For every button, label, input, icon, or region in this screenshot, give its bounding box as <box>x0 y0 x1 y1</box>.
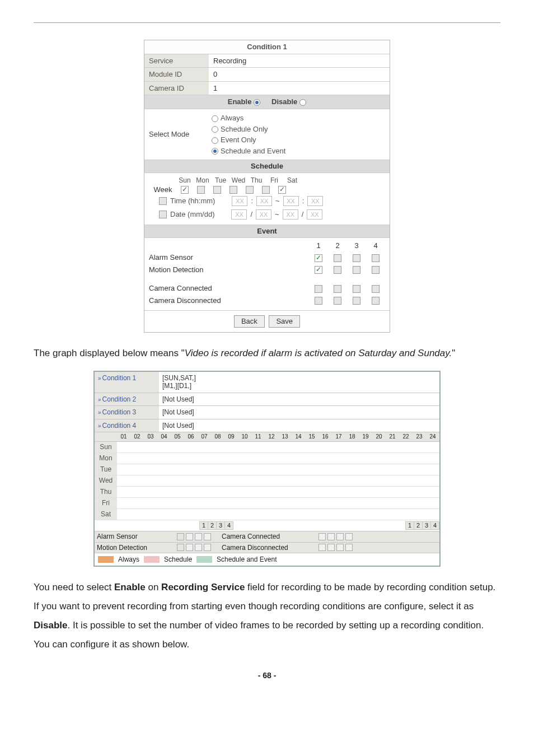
foot-motion-1 <box>177 544 184 551</box>
week-wed-checkbox[interactable] <box>229 186 237 194</box>
week-mon-checkbox[interactable] <box>197 186 205 194</box>
camcon-2-checkbox[interactable] <box>334 285 341 293</box>
cond3-value: [Not Used] <box>159 406 439 418</box>
mode-always-radio[interactable] <box>212 115 218 122</box>
save-button[interactable]: Save <box>269 315 300 328</box>
alarm-4-checkbox[interactable] <box>372 254 380 262</box>
mode-event-label: Event Only <box>221 136 256 144</box>
row-tue: Tue <box>95 464 439 475</box>
day-tue: Tue <box>213 176 228 184</box>
module-id-value: 0 <box>209 68 390 81</box>
footnum-2: 2 <box>208 521 217 530</box>
time-hh1[interactable]: XX <box>232 196 247 206</box>
arrow-icon: » <box>98 423 101 429</box>
time-mm1[interactable]: XX <box>256 196 272 206</box>
schedule-header: Schedule <box>144 160 390 172</box>
row-wed: Wed <box>95 475 439 487</box>
motion-2-checkbox[interactable] <box>334 266 341 274</box>
hour-header: 01 02 03 04 05 06 07 08 09 10 11 12 13 1… <box>95 432 439 442</box>
camcon-4-checkbox[interactable] <box>372 285 380 293</box>
disable-radio[interactable] <box>299 99 306 106</box>
time-enable-checkbox[interactable] <box>159 197 167 205</box>
alarm-3-checkbox[interactable] <box>353 254 360 262</box>
motion-label: Motion Detection <box>149 265 309 274</box>
foot-camcon-4 <box>345 533 353 540</box>
day-mon: Mon <box>195 176 210 184</box>
camdis-1-checkbox[interactable] <box>315 297 322 305</box>
foot-motion-3 <box>195 544 202 551</box>
motion-3-checkbox[interactable] <box>353 266 360 274</box>
cam-disconnected-label: Camera Disconnected <box>149 296 309 305</box>
ev-col-1: 1 <box>309 241 328 250</box>
foot-alarm-label: Alarm Sensor <box>97 533 175 540</box>
foot-camcon-label: Camera Connected <box>222 533 317 540</box>
ev-col-2: 2 <box>328 241 347 250</box>
event-header: Event <box>144 225 390 237</box>
alarm-2-checkbox[interactable] <box>334 254 341 262</box>
date-mm2[interactable]: XX <box>283 209 298 220</box>
camcon-3-checkbox[interactable] <box>353 285 360 293</box>
time-mm2[interactable]: XX <box>307 196 323 206</box>
cam-connected-label: Camera Connected <box>149 284 309 293</box>
date-label: Date (mm/dd) <box>170 210 214 219</box>
week-fri-checkbox[interactable] <box>262 186 270 194</box>
row-sun: Sun <box>95 442 439 453</box>
foot-camdis-3 <box>336 544 344 551</box>
foot-camcon-2 <box>327 533 335 540</box>
day-thu: Thu <box>249 176 264 184</box>
week-label: Week <box>149 185 177 194</box>
date-dd2[interactable]: XX <box>307 209 322 220</box>
foot-camdis-2 <box>327 544 335 551</box>
back-button[interactable]: Back <box>234 315 265 328</box>
foot-motion-4 <box>204 544 211 551</box>
time-hh2[interactable]: XX <box>283 196 299 206</box>
enable-radio[interactable] <box>254 99 260 106</box>
cond3-link[interactable]: »Condition 3 <box>95 406 159 418</box>
foot-camcon-1 <box>318 533 326 540</box>
mode-schedule-radio[interactable] <box>212 126 218 133</box>
schedule-table: »Condition 1 [SUN,SAT,] [M1,][D1,] »Cond… <box>93 371 441 567</box>
page-number: - 68 - <box>34 671 500 680</box>
alarm-1-checkbox[interactable] <box>315 254 322 262</box>
row-fri: Fri <box>95 498 439 509</box>
foot-camcon-3 <box>336 533 344 540</box>
cond2-link[interactable]: »Condition 2 <box>95 393 159 405</box>
week-tue-checkbox[interactable] <box>213 186 221 194</box>
week-thu-checkbox[interactable] <box>246 186 254 194</box>
day-fri: Fri <box>266 176 282 184</box>
camdis-2-checkbox[interactable] <box>334 297 341 305</box>
condition-panel: Condition 1 Service Recording Module ID … <box>144 40 390 333</box>
day-wed: Wed <box>231 176 246 184</box>
motion-1-checkbox[interactable] <box>315 266 322 274</box>
disable-label: Disable <box>271 97 297 106</box>
footnum-r3: 3 <box>422 521 431 530</box>
service-value: Recording <box>209 54 390 68</box>
cond1-link[interactable]: »Condition 1 <box>95 372 159 393</box>
camcon-1-checkbox[interactable] <box>315 285 322 293</box>
cond4-link[interactable]: »Condition 4 <box>95 419 159 432</box>
mode-both-radio[interactable] <box>212 148 218 155</box>
swatch-both <box>196 556 212 563</box>
week-sun-checkbox[interactable] <box>181 186 189 194</box>
mode-schedule-label: Schedule Only <box>221 125 268 133</box>
week-sat-checkbox[interactable] <box>278 186 286 194</box>
date-mm1[interactable]: XX <box>231 209 247 220</box>
foot-motion-label: Motion Detection <box>97 544 175 552</box>
module-id-label: Module ID <box>144 68 209 81</box>
footnum-r2: 2 <box>414 521 423 530</box>
foot-alarm-4 <box>204 533 211 540</box>
motion-4-checkbox[interactable] <box>372 266 380 274</box>
date-enable-checkbox[interactable] <box>159 211 167 218</box>
time-label: Time (hh:mm) <box>170 197 215 206</box>
camdis-3-checkbox[interactable] <box>353 297 360 305</box>
foot-motion-2 <box>186 544 193 551</box>
camera-id-label: Camera ID <box>144 82 209 95</box>
service-label: Service <box>144 54 209 68</box>
legend: Always Schedule Schedule and Event <box>95 553 439 566</box>
swatch-always <box>98 556 114 563</box>
foot-camdis-1 <box>318 544 326 551</box>
date-dd1[interactable]: XX <box>256 209 271 220</box>
mode-event-radio[interactable] <box>212 137 218 144</box>
footnum-r4: 4 <box>430 521 439 530</box>
camdis-4-checkbox[interactable] <box>372 297 380 305</box>
